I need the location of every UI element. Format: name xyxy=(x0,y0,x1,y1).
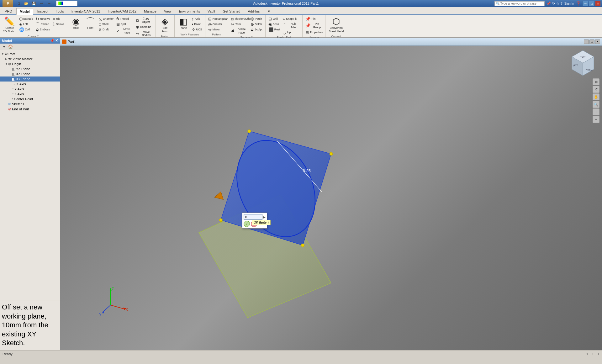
btn-delete-face[interactable]: ✖ Delete Face xyxy=(230,27,249,35)
tree-toggle-view-master[interactable]: ▶ xyxy=(5,57,8,61)
help-icon[interactable]: ? xyxy=(561,2,562,5)
app-menu-button[interactable]: P xyxy=(3,0,13,7)
btn-draft[interactable]: ⧖ Draft xyxy=(98,27,115,32)
tab-view[interactable]: View xyxy=(161,8,175,14)
tree-item-view-master[interactable]: ▶ 👁 View: Master xyxy=(0,56,60,61)
sidebar-home-btn[interactable]: 🏠 xyxy=(8,44,13,49)
tree-item-xz-plane[interactable]: ▶ ◧ XZ Plane xyxy=(0,71,60,76)
search-input[interactable] xyxy=(500,2,541,5)
btn-derive[interactable]: ⤵ Derive xyxy=(52,22,65,27)
btn-trim[interactable]: ✂ Trim xyxy=(230,22,249,27)
btn-move-bodies[interactable]: ⤳ Move Bodies xyxy=(135,30,154,38)
close-btn[interactable]: ✕ xyxy=(595,1,601,6)
minimize-btn[interactable]: ─ xyxy=(583,1,588,6)
btn-coil[interactable]: 🌀 Coil xyxy=(18,27,34,32)
btn-pin[interactable]: 📌 Pin xyxy=(304,16,323,22)
sidebar-filter-btn[interactable]: ▼ xyxy=(1,44,7,49)
tab-inventorcam2012[interactable]: InventorCAM 2012 xyxy=(104,8,140,14)
btn-loft[interactable]: ◈ Loft xyxy=(18,22,34,27)
btn-sculpt[interactable]: ⬙ Sculpt xyxy=(250,27,263,32)
btn-circular[interactable]: ◎ Circular xyxy=(207,22,226,27)
btn-plane[interactable]: ◧ Plane xyxy=(177,16,190,31)
btn-snap-fit[interactable]: ⌁ Snap Fit xyxy=(282,16,300,22)
tab-environments[interactable]: Environments xyxy=(176,8,203,14)
viewport[interactable]: Part1 ─ □ ✕ TOP LEFT FRONT xyxy=(60,38,602,350)
tree-item-xy-plane[interactable]: ▶ ◧ XY Plane xyxy=(0,76,60,82)
btn-hole[interactable]: ◉ Hole xyxy=(69,16,83,31)
btn-thread[interactable]: ⥁ Thread xyxy=(115,16,134,22)
tab-tools[interactable]: Tools xyxy=(52,8,67,14)
qa-open[interactable]: 📂 xyxy=(23,1,29,6)
btn-axis[interactable]: ↕ Axis xyxy=(191,16,203,22)
viewport-max-btn[interactable]: □ xyxy=(589,40,594,44)
btn-rib[interactable]: ≡ Rib xyxy=(52,16,65,22)
btn-boss[interactable]: ◉ Boss xyxy=(267,22,281,27)
offset-input[interactable] xyxy=(244,214,262,220)
qa-save[interactable]: 💾 xyxy=(31,1,37,6)
help-btn[interactable]: ❓ xyxy=(576,1,581,6)
btn-patch[interactable]: ⬡ Patch xyxy=(250,16,263,22)
btn-sweep[interactable]: ⌒ Sweep xyxy=(35,22,51,27)
star-icon[interactable]: ☆ xyxy=(556,2,559,6)
tab-pro[interactable]: PRO xyxy=(1,8,16,14)
tab-more[interactable]: ▼ xyxy=(264,8,274,14)
qa-redo[interactable]: ↪ xyxy=(46,1,52,6)
tab-vault[interactable]: Vault xyxy=(204,8,219,14)
btn-move-face[interactable]: ⤢ Move Face xyxy=(115,27,134,35)
tree-item-center-point[interactable]: ▶ • Center Point xyxy=(0,97,60,102)
ok-button[interactable]: ✓ xyxy=(244,221,250,227)
btn-point[interactable]: • Point xyxy=(191,22,203,27)
color-dropdown[interactable]: ▼ xyxy=(73,2,76,5)
btn-combine[interactable]: ⊕ Combine xyxy=(135,24,154,30)
btn-grill[interactable]: ⊞ Grill xyxy=(267,16,281,22)
search-box[interactable]: 🔍 xyxy=(494,1,545,6)
btn-stitch[interactable]: ⊕ Stitch xyxy=(250,22,263,27)
tree-item-z-axis[interactable]: ▶ ↕ Z Axis xyxy=(0,92,60,97)
btn-ucs[interactable]: ⊹ UCS xyxy=(191,27,203,32)
pin-icon[interactable]: 📌 xyxy=(547,2,551,6)
btn-create-2d-sketch[interactable]: ✏️ Create2D Sketch xyxy=(2,16,18,34)
btn-edit-form[interactable]: ◈ EditForm xyxy=(158,16,172,34)
viewport-close-btn[interactable]: ✕ xyxy=(595,40,600,44)
btn-revolve[interactable]: ↻ Revolve xyxy=(35,16,51,22)
tree-toggle-part1[interactable]: ▼ xyxy=(1,52,4,55)
tree-item-x-axis[interactable]: ▶ ↔ X Axis xyxy=(0,82,60,87)
tab-inspect[interactable]: Inspect xyxy=(34,8,52,14)
qa-undo[interactable]: ↩ xyxy=(38,1,45,6)
btn-emboss[interactable]: ⬙ Emboss xyxy=(35,27,51,32)
btn-split[interactable]: ⊟ Split xyxy=(115,22,134,27)
btn-pin-group[interactable]: 📌 Pin Group xyxy=(304,22,323,30)
btn-rest[interactable]: ⬛ Rest xyxy=(267,27,281,32)
tree-item-yz-plane[interactable]: ▶ ◧ YZ Plane xyxy=(0,66,60,71)
tree-toggle-origin[interactable]: ▼ xyxy=(5,62,8,66)
sign-in[interactable]: Sign In xyxy=(564,2,574,5)
btn-convert-sheet-metal[interactable]: ⬡ Convert toSheet Metal xyxy=(327,16,345,34)
sidebar-close-icon[interactable]: ✕ xyxy=(55,39,58,43)
btn-properties[interactable]: ⊞ Properties xyxy=(304,30,323,35)
color-select[interactable]: Color ▼ xyxy=(56,1,77,6)
tree-item-part1[interactable]: ▼ ⚙ Part1 xyxy=(0,51,60,56)
tab-addins[interactable]: Add-Ins xyxy=(244,8,263,14)
group-create-arrow[interactable]: ▼ xyxy=(37,35,39,38)
btn-shell[interactable]: □ Shell xyxy=(98,22,115,27)
tab-manage[interactable]: Manage xyxy=(140,8,160,14)
tab-getstarted[interactable]: Get Started xyxy=(219,8,244,14)
btn-lip[interactable]: ◡ Lip xyxy=(282,30,300,35)
viewport-min-btn[interactable]: ─ xyxy=(584,40,589,44)
tree-item-y-axis[interactable]: ▶ ↕ Y Axis xyxy=(0,87,60,92)
input-arrow[interactable]: ▶ xyxy=(263,215,266,219)
btn-thicken[interactable]: ⧇ Thicken/Offset xyxy=(230,16,249,22)
refresh-icon[interactable]: ↻ xyxy=(552,2,555,6)
maximize-btn[interactable]: □ xyxy=(589,1,594,6)
btn-fillet[interactable]: ⌒ Fillet xyxy=(83,16,97,31)
btn-rule-fillet[interactable]: ⌒ Rule Fillet xyxy=(282,22,300,30)
btn-extrude[interactable]: ⬡ Extrude xyxy=(18,16,34,22)
tree-item-origin[interactable]: ▼ ⊕ Origin xyxy=(0,61,60,66)
btn-chamfer[interactable]: ◺ Chamfer xyxy=(98,16,115,22)
btn-mirror[interactable]: ⇔ Mirror xyxy=(207,27,226,32)
tab-model[interactable]: Model xyxy=(16,8,33,15)
btn-rectangular[interactable]: ⊞ Rectangular xyxy=(207,16,226,22)
sidebar-pin-icon[interactable]: 📌 xyxy=(50,39,54,43)
tree-item-end-of-part[interactable]: ▶ ⊘ End of Part xyxy=(0,107,60,112)
qa-new[interactable]: 🗋 xyxy=(16,1,22,6)
